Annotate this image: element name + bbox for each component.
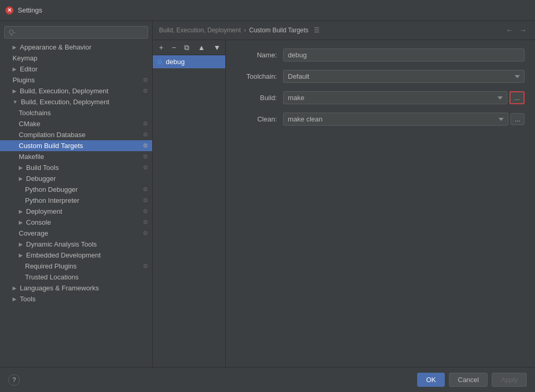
right-split: + − ⧉ ▲ ▼ ⚙ debug <box>153 40 535 367</box>
footer-right: OK Cancel Apply <box>417 373 527 387</box>
content-area: Name: Toolchain: Default <box>226 40 535 367</box>
settings-icon: ⚙ <box>143 197 148 204</box>
sidebar-item-embedded-dev[interactable]: ▶ Embedded Development <box>0 250 152 261</box>
sidebar-item-label: Makefile <box>19 153 44 161</box>
build-select[interactable]: make <box>283 91 507 104</box>
sidebar: ▶ Appearance & Behavior Keymap ▶ Editor … <box>0 21 153 367</box>
move-down-button[interactable]: ▼ <box>210 42 224 53</box>
sidebar-item-label: Deployment <box>26 207 62 215</box>
chevron-right-icon: ▶ <box>13 88 17 94</box>
sidebar-item-label: Trusted Locations <box>25 273 79 281</box>
sidebar-item-compilation-db[interactable]: Compilation Database ⚙ <box>0 129 152 140</box>
breadcrumb-separator: › <box>244 27 246 34</box>
forward-button[interactable]: → <box>517 25 529 35</box>
sidebar-item-label: Debugger <box>26 175 56 182</box>
title-bar: ✕ Settings <box>0 0 535 21</box>
sidebar-item-console[interactable]: ▶ Console ⚙ <box>0 217 152 228</box>
sidebar-item-label: Compilation Database <box>19 131 86 139</box>
list-toolbar: + − ⧉ ▲ ▼ <box>153 40 225 55</box>
sidebar-item-toolchains[interactable]: Toolchains <box>0 107 152 118</box>
name-input[interactable] <box>283 48 525 62</box>
toolchain-label: Toolchain: <box>236 72 283 80</box>
help-button[interactable]: ? <box>8 374 20 386</box>
sidebar-item-label: Build Tools <box>26 164 59 172</box>
sidebar-item-version-control[interactable]: ▶ Build, Execution, Deployment ⚙ <box>0 85 152 96</box>
breadcrumb: Build, Execution, Deployment › Custom Bu… <box>153 21 535 40</box>
sidebar-item-languages[interactable]: ▶ Languages & Frameworks <box>0 283 152 293</box>
clean-extra-button[interactable]: ... <box>510 113 525 125</box>
sidebar-item-label: Tools <box>20 295 35 303</box>
breadcrumb-parent: Build, Execution, Deployment <box>159 27 241 34</box>
toolchain-row: Toolchain: Default <box>236 70 525 83</box>
sidebar-item-tools[interactable]: ▶ Tools <box>0 293 152 304</box>
cancel-button[interactable]: Cancel <box>449 373 488 387</box>
sidebar-item-required-plugins[interactable]: Required Plugins ⚙ <box>0 261 152 272</box>
build-label: Build: <box>236 94 283 102</box>
search-input[interactable] <box>4 26 148 39</box>
clean-select-wrap: make clean ... <box>283 113 525 126</box>
build-extra-button[interactable]: ... <box>509 91 525 104</box>
sidebar-item-trusted-locations[interactable]: Trusted Locations <box>0 272 152 283</box>
add-button[interactable]: + <box>156 42 166 53</box>
chevron-right-icon: ▶ <box>19 176 23 181</box>
dialog-title: Settings <box>18 6 42 14</box>
breadcrumb-current: Custom Build Targets <box>249 27 309 34</box>
sidebar-item-plugins[interactable]: Plugins ⚙ <box>0 75 152 85</box>
sidebar-item-label: Keymap <box>13 54 38 62</box>
clean-select[interactable]: make clean <box>283 113 508 126</box>
chevron-right-icon: ▶ <box>13 296 17 302</box>
chevron-down-icon: ▼ <box>13 99 18 105</box>
list-panel: + − ⧉ ▲ ▼ ⚙ debug <box>153 40 226 367</box>
dialog-footer: ? OK Cancel Apply <box>0 367 535 392</box>
sidebar-item-dynamic-analysis[interactable]: ▶ Dynamic Analysis Tools <box>0 239 152 250</box>
chevron-right-icon: ▶ <box>13 66 17 72</box>
sidebar-item-label: Languages & Frameworks <box>20 284 99 292</box>
sidebar-item-makefile[interactable]: Makefile ⚙ <box>0 151 152 162</box>
settings-icon: ⚙ <box>143 142 148 149</box>
sidebar-item-keymap[interactable]: Keymap <box>0 53 152 64</box>
list-items: ⚙ debug <box>153 55 225 367</box>
apply-button[interactable]: Apply <box>492 373 527 387</box>
settings-dialog: ▶ Appearance & Behavior Keymap ▶ Editor … <box>0 21 535 392</box>
sidebar-item-editor[interactable]: ▶ Editor <box>0 64 152 75</box>
sidebar-item-build-exec-deploy[interactable]: ▼ Build, Execution, Deployment <box>0 96 152 107</box>
sidebar-item-label: Required Plugins <box>25 262 77 270</box>
sidebar-item-custom-build-targets[interactable]: Custom Build Targets ⚙ <box>0 140 152 151</box>
sidebar-item-label: Build, Execution, Deployment <box>21 98 110 106</box>
settings-icon: ⚙ <box>143 131 148 138</box>
dialog-body: ▶ Appearance & Behavior Keymap ▶ Editor … <box>0 21 535 367</box>
settings-icon: ⚙ <box>143 153 148 160</box>
settings-icon: ⚙ <box>143 88 148 94</box>
settings-icon: ⚙ <box>143 263 148 270</box>
main-panel: Build, Execution, Deployment › Custom Bu… <box>153 21 535 367</box>
footer-left: ? <box>8 374 20 386</box>
copy-button[interactable]: ⧉ <box>181 42 192 53</box>
breadcrumb-menu-icon: ☰ <box>314 27 320 34</box>
ok-button[interactable]: OK <box>417 373 445 387</box>
chevron-right-icon: ▶ <box>19 252 23 258</box>
back-button[interactable]: ← <box>504 25 515 35</box>
settings-icon: ⚙ <box>143 230 148 237</box>
sidebar-item-build-tools[interactable]: ▶ Build Tools ⚙ <box>0 162 152 173</box>
sidebar-item-appearance[interactable]: ▶ Appearance & Behavior <box>0 42 152 53</box>
sidebar-item-label: Build, Execution, Deployment <box>20 87 108 95</box>
sidebar-item-python-debugger[interactable]: Python Debugger ⚙ <box>0 184 152 195</box>
sidebar-item-debugger[interactable]: ▶ Debugger <box>0 173 152 184</box>
sidebar-item-coverage[interactable]: Coverage ⚙ <box>0 228 152 239</box>
toolchain-select[interactable]: Default <box>283 70 525 83</box>
settings-icon: ⚙ <box>143 208 148 215</box>
sidebar-item-python-interpreter[interactable]: Python Interpreter ⚙ <box>0 195 152 206</box>
breadcrumb-actions: ← → <box>504 25 529 35</box>
sidebar-item-label: Plugins <box>13 76 35 84</box>
sidebar-item-cmake[interactable]: CMake ⚙ <box>0 118 152 129</box>
move-up-button[interactable]: ▲ <box>194 42 208 53</box>
sidebar-item-label: Console <box>26 218 51 226</box>
settings-icon: ⚙ <box>143 186 148 193</box>
list-item[interactable]: ⚙ debug <box>153 55 225 68</box>
list-item-label: debug <box>166 58 185 66</box>
sidebar-item-deployment[interactable]: ▶ Deployment ⚙ <box>0 206 152 217</box>
chevron-right-icon: ▶ <box>19 209 23 214</box>
remove-button[interactable]: − <box>168 42 179 53</box>
clean-row: Clean: make clean ... <box>236 113 525 126</box>
close-button[interactable]: ✕ <box>5 6 14 15</box>
